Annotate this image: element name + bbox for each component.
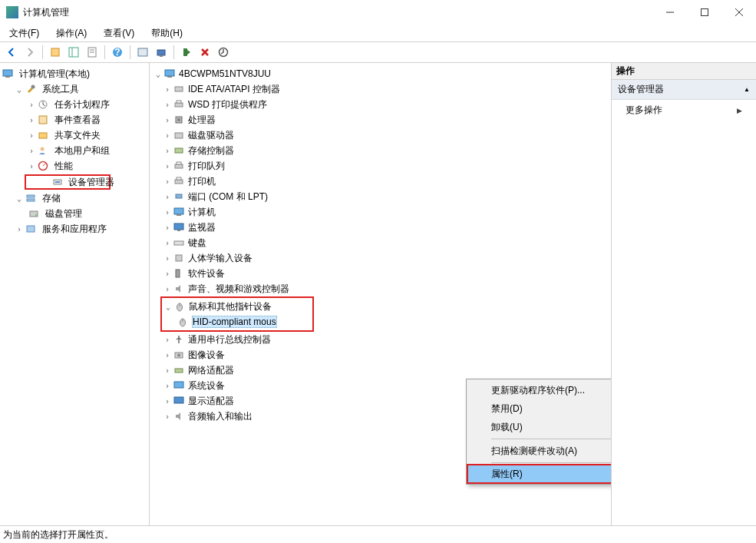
tree-task-scheduler[interactable]: › 任务计划程序 bbox=[2, 97, 147, 112]
tree-performance[interactable]: › 性能 bbox=[2, 158, 147, 174]
device-usb[interactable]: ›通用串行总线控制器 bbox=[162, 332, 609, 347]
tree-system-tools[interactable]: ⌄ 系统工具 bbox=[2, 81, 147, 97]
monitor-icon bbox=[173, 221, 185, 233]
collapse-icon[interactable]: ▲ bbox=[744, 86, 750, 93]
expand-icon[interactable]: › bbox=[162, 208, 173, 217]
status-text: 为当前的选择打开属性页。 bbox=[3, 528, 114, 541]
ide-icon bbox=[173, 83, 185, 95]
expand-icon[interactable]: › bbox=[162, 397, 173, 406]
device-network[interactable]: ›网络适配器 bbox=[162, 363, 609, 378]
tree-event-viewer[interactable]: › 事件查看器 bbox=[2, 112, 147, 127]
device-storage-ctrl[interactable]: ›存储控制器 bbox=[162, 143, 609, 158]
expand-icon[interactable]: › bbox=[26, 131, 37, 140]
device-print-queue[interactable]: ›打印队列 bbox=[162, 158, 609, 174]
expand-icon[interactable]: › bbox=[162, 366, 173, 375]
expand-icon[interactable]: › bbox=[162, 162, 173, 171]
device-disk-drive[interactable]: ›磁盘驱动器 bbox=[162, 127, 609, 143]
tree-local-users[interactable]: › 本地用户和组 bbox=[2, 143, 147, 158]
ctx-scan-hardware[interactable]: 扫描检测硬件改动(A) bbox=[468, 442, 612, 460]
tree-root[interactable]: 计算机管理(本地) bbox=[2, 66, 147, 81]
minimize-button[interactable] bbox=[652, 0, 687, 25]
device-mouse-category[interactable]: ⌄ 鼠标和其他指针设备 bbox=[163, 299, 312, 314]
menu-file[interactable]: 文件(F) bbox=[6, 25, 42, 41]
expand-icon[interactable]: › bbox=[162, 147, 173, 155]
expand-icon[interactable]: › bbox=[26, 116, 37, 124]
help-button[interactable]: ? bbox=[109, 44, 126, 61]
expand-icon[interactable]: › bbox=[26, 147, 37, 155]
expand-icon[interactable]: › bbox=[26, 101, 37, 109]
ctx-disable[interactable]: 禁用(D) bbox=[468, 399, 612, 418]
tree-storage[interactable]: ⌄ 存储 bbox=[2, 190, 147, 206]
expand-icon[interactable]: › bbox=[162, 270, 173, 278]
forward-button[interactable] bbox=[21, 44, 38, 61]
tools-icon bbox=[25, 83, 37, 95]
svg-rect-66 bbox=[174, 397, 183, 403]
device-printer[interactable]: ›打印机 bbox=[162, 174, 609, 189]
svg-rect-52 bbox=[177, 214, 181, 216]
device-keyboard[interactable]: ›键盘 bbox=[162, 235, 609, 250]
device-ports[interactable]: ›端口 (COM 和 LPT) bbox=[162, 189, 609, 204]
expand-icon[interactable]: › bbox=[162, 116, 173, 124]
device-root[interactable]: ⌄ 4BCWPM51NTV8JUU bbox=[153, 66, 609, 81]
close-button[interactable] bbox=[721, 0, 756, 25]
device-computer[interactable]: ›计算机 bbox=[162, 204, 609, 220]
device-ide[interactable]: ›IDE ATA/ATAPI 控制器 bbox=[162, 81, 609, 97]
device-cpu[interactable]: ›处理器 bbox=[162, 112, 609, 127]
menu-action[interactable]: 操作(A) bbox=[53, 25, 90, 41]
device-hid[interactable]: ›人体学输入设备 bbox=[162, 250, 609, 266]
left-tree-pane[interactable]: 计算机管理(本地) ⌄ 系统工具 › 任务计划程序 › 事件查看器 › 共享文件… bbox=[0, 63, 150, 525]
scan-hardware-button[interactable] bbox=[153, 44, 170, 61]
expand-icon[interactable]: › bbox=[162, 285, 173, 293]
maximize-button[interactable] bbox=[687, 0, 721, 25]
uninstall-button[interactable] bbox=[196, 44, 213, 61]
expand-icon[interactable]: › bbox=[162, 85, 173, 94]
up-button[interactable] bbox=[47, 44, 64, 61]
collapse-icon[interactable]: ⌄ bbox=[153, 70, 163, 78]
device-imaging[interactable]: ›图像设备 bbox=[162, 347, 609, 363]
device-monitor[interactable]: ›监视器 bbox=[162, 220, 609, 235]
properties-button[interactable] bbox=[84, 44, 101, 61]
menu-help[interactable]: 帮助(H) bbox=[148, 25, 186, 41]
expand-icon[interactable]: › bbox=[162, 254, 173, 263]
tree-shared-folders[interactable]: › 共享文件夹 bbox=[2, 127, 147, 143]
speaker-icon bbox=[173, 283, 185, 295]
device-wsd[interactable]: ›WSD 打印提供程序 bbox=[162, 97, 609, 112]
menu-view[interactable]: 查看(V) bbox=[101, 25, 137, 41]
expand-icon[interactable]: › bbox=[26, 162, 37, 171]
expand-icon[interactable]: › bbox=[14, 225, 25, 233]
tree-device-manager[interactable]: 设备管理器 bbox=[25, 174, 111, 190]
expand-icon[interactable]: › bbox=[162, 131, 173, 140]
expand-icon[interactable]: › bbox=[162, 223, 173, 232]
expand-icon[interactable]: › bbox=[162, 336, 173, 344]
device-mgr-icon bbox=[52, 176, 63, 188]
view-button[interactable] bbox=[134, 44, 151, 61]
expand-icon[interactable]: › bbox=[162, 382, 173, 390]
expand-icon[interactable]: › bbox=[162, 193, 173, 201]
expand-icon[interactable]: › bbox=[162, 101, 173, 109]
tree-disk-management[interactable]: 磁盘管理 bbox=[2, 206, 147, 221]
device-software[interactable]: ›软件设备 bbox=[162, 266, 609, 281]
expand-icon[interactable]: › bbox=[162, 177, 173, 186]
action-group-device-manager[interactable]: 设备管理器 ▲ bbox=[612, 80, 756, 100]
expand-icon[interactable]: › bbox=[162, 239, 173, 247]
svg-rect-54 bbox=[177, 230, 180, 231]
show-hide-tree-button[interactable] bbox=[65, 44, 82, 61]
back-button[interactable] bbox=[3, 44, 20, 61]
ctx-uninstall[interactable]: 卸载(U) bbox=[468, 418, 612, 436]
enable-button[interactable] bbox=[178, 44, 195, 61]
device-sound[interactable]: ›声音、视频和游戏控制器 bbox=[162, 281, 609, 296]
ctx-update-driver[interactable]: 更新驱动程序软件(P)... bbox=[468, 381, 612, 399]
collapse-icon[interactable]: ⌄ bbox=[163, 303, 173, 311]
ctx-properties[interactable]: 属性(R) bbox=[467, 464, 612, 484]
collapse-icon[interactable]: ⌄ bbox=[14, 194, 25, 203]
svg-rect-45 bbox=[175, 148, 183, 153]
expand-icon[interactable]: › bbox=[162, 351, 173, 359]
device-tree-pane[interactable]: ⌄ 4BCWPM51NTV8JUU ›IDE ATA/ATAPI 控制器 ›WS… bbox=[150, 63, 612, 525]
expand-icon[interactable]: › bbox=[162, 412, 173, 421]
action-more[interactable]: 更多操作 ▶ bbox=[612, 100, 756, 121]
collapse-icon[interactable]: ⌄ bbox=[14, 85, 25, 94]
device-hid-mouse[interactable]: HID-compliant mous bbox=[177, 314, 312, 329]
tree-services-apps[interactable]: › 服务和应用程序 bbox=[2, 221, 147, 237]
svg-rect-51 bbox=[174, 208, 183, 214]
update-driver-button[interactable] bbox=[215, 44, 232, 61]
